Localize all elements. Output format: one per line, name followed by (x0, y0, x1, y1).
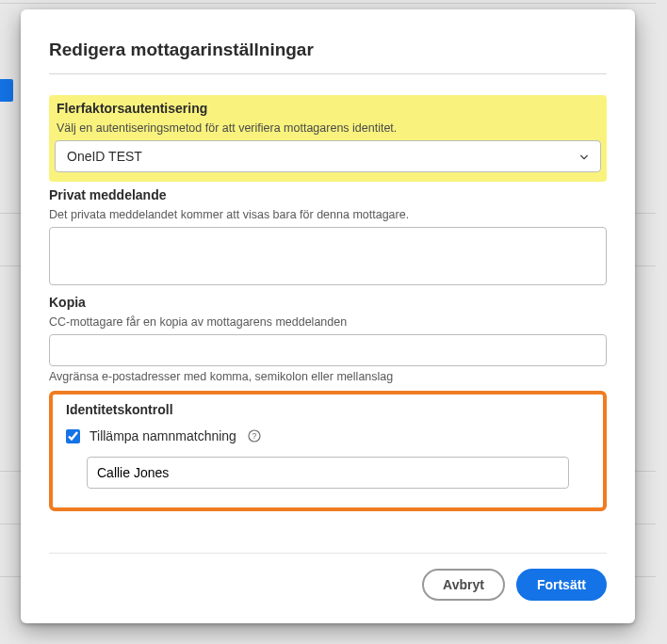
svg-text:?: ? (252, 431, 256, 441)
edit-recipient-settings-dialog: Redigera mottagarinställningar Flerfakto… (21, 9, 635, 623)
chevron-down-icon (579, 152, 589, 161)
identity-section-title: Identitetskontroll (66, 402, 590, 417)
cc-section-title: Kopia (49, 295, 607, 310)
mfa-method-select[interactable]: OneID TEST (55, 140, 601, 172)
private-message-section-title: Privat meddelande (49, 187, 607, 202)
help-icon[interactable]: ? (248, 429, 261, 443)
apply-name-match-checkbox[interactable] (66, 429, 80, 443)
apply-name-match-label: Tillämpa namnmatchning (89, 428, 236, 443)
private-message-textarea[interactable] (49, 227, 607, 285)
sidebar-button-fragment (0, 79, 13, 102)
mfa-selected-value: OneID TEST (67, 149, 142, 164)
identity-check-highlight: Identitetskontroll Tillämpa namnmatchnin… (49, 391, 607, 511)
dialog-title: Redigera mottagarinställningar (49, 40, 607, 74)
cc-hint: CC-mottagare får en kopia av mottagarens… (49, 315, 607, 329)
mfa-hint: Välj en autentiseringsmetod för att veri… (57, 121, 601, 135)
mfa-highlight: Flerfaktorsautentisering Välj en autenti… (49, 95, 607, 182)
cc-input[interactable] (49, 334, 607, 366)
continue-button[interactable]: Fortsätt (516, 569, 607, 601)
dialog-footer: Avbryt Fortsätt (49, 553, 607, 601)
cancel-button[interactable]: Avbryt (422, 569, 505, 601)
identity-name-input[interactable] (87, 457, 569, 489)
cc-help-text: Avgränsa e-postadresser med komma, semik… (49, 370, 607, 383)
apply-name-match-row: Tillämpa namnmatchning ? (66, 428, 590, 443)
bg-line (0, 3, 656, 4)
mfa-section-title: Flerfaktorsautentisering (57, 101, 601, 116)
private-message-hint: Det privata meddelandet kommer att visas… (49, 208, 607, 221)
